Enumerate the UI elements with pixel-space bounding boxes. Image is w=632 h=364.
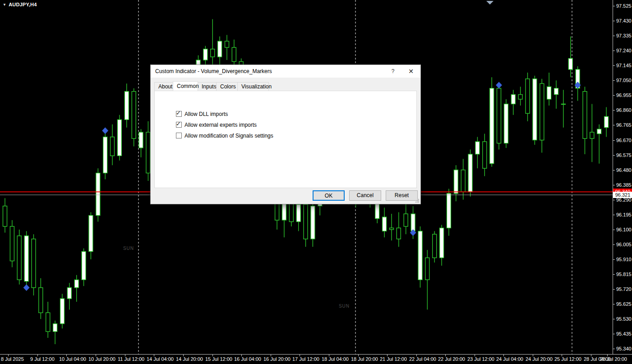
indicator-dialog: Custom Indicator - Volume_Divergence_Mar… <box>150 65 421 204</box>
dialog-titlebar[interactable]: Custom Indicator - Volume_Divergence_Mar… <box>151 65 420 78</box>
price-axis-label: 96.195 <box>616 212 632 217</box>
dropdown-arrow-icon[interactable]: ▼ <box>3 3 6 7</box>
price-axis-label: 97.145 <box>616 63 632 68</box>
price-axis-label: 95.435 <box>616 331 632 336</box>
reset-button[interactable]: Reset <box>386 190 418 201</box>
price-axis-label: 96.385 <box>616 182 632 188</box>
candle-body <box>483 142 487 168</box>
candle-body <box>139 132 143 148</box>
candle-body <box>447 194 451 228</box>
candle-body <box>590 132 594 138</box>
price-tick <box>613 215 615 215</box>
candle-body <box>46 313 50 332</box>
candle-body <box>433 234 437 258</box>
checkbox-label: Allow external experts imports <box>185 122 257 128</box>
price-axis-label: 96.480 <box>616 167 632 173</box>
candle-body <box>404 214 408 226</box>
price-tick <box>613 140 615 141</box>
candle-body <box>117 120 121 156</box>
help-icon[interactable]: ? <box>387 65 399 78</box>
resize-grip-icon[interactable] <box>415 199 419 203</box>
time-axis-label: 15 Jul 12:00 <box>205 356 232 362</box>
candle-body <box>561 104 565 105</box>
candle-body <box>425 258 429 280</box>
candle-body <box>411 214 415 231</box>
price-axis-label: 95.625 <box>616 301 632 307</box>
price-tick <box>613 80 615 81</box>
candle-body <box>111 137 115 156</box>
price-tick <box>613 244 615 245</box>
time-axis-label: 21 Jul 12:00 <box>380 356 407 362</box>
price-tick <box>613 21 615 21</box>
candle-body <box>96 173 100 216</box>
candle-body <box>211 49 215 57</box>
dialog-footer: OKCancelReset <box>151 188 420 204</box>
price-axis-label: 97.240 <box>616 48 632 53</box>
divergence-diamond-icon <box>23 285 29 291</box>
time-axis-label: 23 Jul 12:00 <box>467 356 494 362</box>
candle-body <box>203 49 208 60</box>
candle-body <box>454 170 458 194</box>
tab-visualization[interactable]: Visualization <box>237 82 269 91</box>
candle-body <box>60 299 65 324</box>
chart-shift-icon[interactable] <box>486 1 494 5</box>
candle-body <box>10 226 14 261</box>
candle-body <box>125 92 129 120</box>
price-axis-label: 95.340 <box>616 346 632 351</box>
price-tick <box>613 304 615 304</box>
candle-body <box>604 116 609 127</box>
price-axis: 97.52597.43097.33597.24097.14597.05096.9… <box>613 0 632 354</box>
candle-body <box>132 92 136 138</box>
price-axis-label: 96.575 <box>616 152 632 158</box>
checkbox-box-icon[interactable]: ✓ <box>176 122 182 128</box>
tab-inputs[interactable]: Inputs <box>198 82 217 91</box>
time-axis-label: 28 Jul 20:00 <box>600 356 627 362</box>
price-axis-label: 97.335 <box>616 33 632 38</box>
price-tick <box>613 170 615 170</box>
candle-body <box>103 137 107 173</box>
checkbox-box-icon[interactable] <box>176 133 182 138</box>
price-axis-label: 97.430 <box>616 18 632 23</box>
price-tick <box>613 259 615 260</box>
price-axis-label: 96.670 <box>616 138 632 143</box>
candle-body <box>146 132 150 173</box>
cancel-button[interactable]: Cancel <box>349 190 381 201</box>
candle-body <box>490 88 494 164</box>
time-axis-label: 11 Jul 12:00 <box>118 356 144 362</box>
candle-body <box>225 41 229 47</box>
price-tick <box>613 51 615 51</box>
time-axis-label: 10 Jul 04:00 <box>59 356 86 362</box>
candle-body <box>461 170 465 192</box>
time-axis-label: 8 Jul 2025 <box>1 356 24 362</box>
checkbox-label: Allow DLL imports <box>185 111 228 117</box>
tab-common[interactable]: Common <box>173 81 198 91</box>
time-axis-label: 22 Jul 04:00 <box>409 356 436 362</box>
candle-body <box>82 252 86 280</box>
price-axis-label: 97.525 <box>616 3 632 9</box>
time-axis-label: 16 Jul 04:00 <box>234 356 261 362</box>
time-axis-label: 25 Jul 12:00 <box>554 356 581 362</box>
time-axis-label: 24 Jul 04:00 <box>496 356 523 362</box>
ok-button[interactable]: OK <box>313 190 345 201</box>
candle-body <box>547 87 551 99</box>
time-axis-label: 16 Jul 20:00 <box>263 356 291 362</box>
symbol-text: AUDJPY,H4 <box>9 2 37 7</box>
candle-body <box>390 228 394 230</box>
dialog-tabs: AboutCommonInputsColorsVisualization <box>154 81 417 91</box>
price-tick <box>613 230 615 230</box>
price-tick <box>613 185 615 185</box>
candle-body <box>540 83 544 140</box>
price-tick <box>613 6 615 6</box>
candle-body <box>533 79 537 140</box>
tab-colors[interactable]: Colors <box>216 82 238 91</box>
price-tick <box>613 274 615 275</box>
price-axis-label: 96.955 <box>616 92 632 98</box>
time-axis: 8 Jul 20259 Jul 12:0010 Jul 04:0010 Jul … <box>0 354 632 364</box>
tab-about[interactable]: About <box>154 82 173 91</box>
price-axis-label: 95.720 <box>616 286 632 292</box>
close-icon[interactable]: ✕ <box>404 65 418 78</box>
price-tick <box>613 200 615 200</box>
checkbox-box-icon[interactable]: ✓ <box>176 111 182 117</box>
dialog-title: Custom Indicator - Volume_Divergence_Mar… <box>155 65 272 78</box>
sun-label: SUN <box>339 304 350 309</box>
